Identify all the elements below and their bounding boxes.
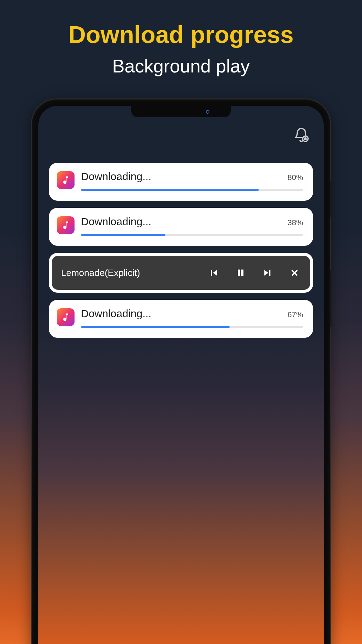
download-card[interactable]: Downloading... 67% xyxy=(49,300,313,338)
player-notification[interactable]: Lemonade(Explicit) xyxy=(49,253,313,293)
music-app-icon xyxy=(57,308,75,326)
download-label: Downloading... xyxy=(81,216,151,228)
download-label: Downloading... xyxy=(81,171,151,183)
notification-list: Downloading... 80% Downloading... 38% xyxy=(49,163,313,338)
progress-fill xyxy=(81,326,230,328)
status-bar xyxy=(293,127,309,144)
progress-fill xyxy=(81,189,259,191)
pause-button[interactable] xyxy=(234,266,247,279)
next-track-button[interactable] xyxy=(261,266,274,279)
phone-screen: Downloading... 80% Downloading... 38% xyxy=(38,106,324,644)
download-percent: 67% xyxy=(287,310,303,319)
progress-bar xyxy=(81,234,303,236)
page-title: Download progress xyxy=(0,21,362,48)
phone-notch xyxy=(131,106,231,117)
camera-icon xyxy=(206,110,209,114)
player-track-title: Lemonade(Explicit) xyxy=(61,267,199,278)
progress-bar xyxy=(81,189,303,191)
download-card[interactable]: Downloading... 38% xyxy=(49,208,313,246)
music-app-icon xyxy=(57,171,75,189)
music-app-icon xyxy=(57,216,75,234)
previous-track-button[interactable] xyxy=(207,266,220,279)
progress-bar xyxy=(81,326,303,328)
phone-side-button xyxy=(330,181,331,217)
phone-frame: Downloading... 80% Downloading... 38% xyxy=(32,99,330,644)
download-percent: 80% xyxy=(287,173,303,182)
download-label: Downloading... xyxy=(81,308,151,320)
close-button[interactable] xyxy=(288,266,301,279)
notification-settings-icon[interactable] xyxy=(293,127,309,144)
download-card[interactable]: Downloading... 80% xyxy=(49,163,313,201)
phone-side-button xyxy=(330,270,331,327)
svg-point-1 xyxy=(305,138,306,140)
page-subtitle: Background play xyxy=(0,55,362,77)
download-percent: 38% xyxy=(287,218,303,227)
progress-fill xyxy=(81,234,165,236)
